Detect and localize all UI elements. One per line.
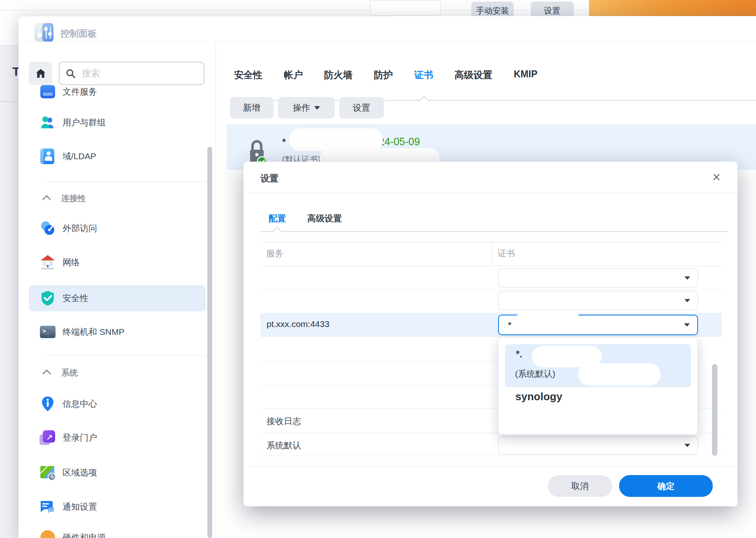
- sidebar-section-divider: [44, 181, 206, 182]
- search-box[interactable]: [59, 62, 204, 85]
- search-icon: [65, 68, 76, 79]
- terminal-icon: >_: [39, 324, 56, 340]
- sidebar-item-domain-ldap[interactable]: 域/LDAP: [29, 143, 206, 169]
- close-icon[interactable]: ✕: [708, 169, 725, 186]
- home-button[interactable]: [29, 62, 52, 85]
- sidebar-section-system[interactable]: 系统: [44, 366, 201, 380]
- bg-settings-label: 设置: [544, 5, 561, 16]
- caret-down-icon: [684, 444, 690, 447]
- column-header-certificate: 证书: [498, 248, 515, 259]
- tab-account[interactable]: 帐户: [284, 69, 303, 81]
- settings-button[interactable]: 设置: [339, 97, 384, 118]
- sidebar: 文件服务 用户与群组: [19, 85, 209, 538]
- sidebar-item-label: 用户与群组: [63, 117, 106, 128]
- tab-protection[interactable]: 防护: [374, 69, 393, 81]
- sidebar-scrollbar[interactable]: [207, 147, 212, 538]
- cancel-label: 取消: [571, 480, 589, 492]
- main-tab-bar: 安全性 帐户 防火墙 防护 证书 高级设置 KMIP: [234, 69, 538, 81]
- add-label: 新增: [243, 102, 260, 114]
- info-center-icon: [39, 396, 56, 412]
- option-wildcard-label: *.: [516, 348, 522, 360]
- caret-down-icon: [314, 106, 320, 110]
- add-button[interactable]: 新增: [230, 97, 274, 118]
- tab-firewall[interactable]: 防火墙: [324, 69, 352, 81]
- sidebar-item-regional-options[interactable]: 区域选项: [29, 459, 206, 486]
- sidebar-item-terminal-snmp[interactable]: >_ 终端机和 SNMP: [29, 319, 206, 345]
- ok-button[interactable]: 确定: [619, 475, 713, 497]
- home-icon: [35, 67, 47, 80]
- certificate-select-row2[interactable]: [498, 291, 698, 310]
- tab-kmip[interactable]: KMIP: [514, 69, 538, 81]
- tab-advanced[interactable]: 高级设置: [455, 69, 492, 81]
- security-shield-icon: [39, 290, 56, 306]
- sidebar-item-label: 登录门户: [63, 432, 97, 443]
- redaction-blob: [578, 363, 661, 385]
- dropdown-option-selected[interactable]: *. (系统默认): [505, 344, 691, 387]
- selected-certificate-value: *: [508, 320, 511, 330]
- sidebar-item-external-access[interactable]: 外部访问: [29, 215, 206, 241]
- active-tab-notch: [419, 95, 429, 106]
- actions-dropdown-button[interactable]: 操作: [278, 97, 335, 118]
- column-header-service: 服务: [266, 248, 283, 259]
- sidebar-item-login-portal[interactable]: ↗ 登录门户: [29, 424, 206, 451]
- certificate-select-open[interactable]: *: [498, 315, 698, 335]
- certificate-select-sysdefault[interactable]: [498, 436, 698, 455]
- chevron-up-icon: [42, 369, 51, 378]
- settings-label: 设置: [353, 102, 370, 114]
- manual-install-label: 手动安装: [476, 5, 509, 16]
- sidebar-divider: [216, 42, 216, 538]
- sidebar-item-label: 安全性: [63, 292, 88, 304]
- column-divider: [492, 242, 492, 266]
- dialog-tab-advanced[interactable]: 高级设置: [307, 213, 342, 224]
- row-system-default: 系统默认: [267, 440, 301, 451]
- sidebar-section-divider: [44, 355, 206, 355]
- sidebar-item-label: 网络: [63, 257, 80, 268]
- row-receive-logs: 接收日志: [267, 415, 301, 427]
- sidebar-item-notification[interactable]: 通知设置: [29, 494, 206, 520]
- search-input[interactable]: [81, 68, 186, 79]
- dropdown-option-synology[interactable]: synology: [515, 390, 562, 403]
- option-system-default-label: (系统默认): [515, 368, 555, 380]
- regional-options-icon: [39, 464, 56, 481]
- dialog-tab-underline: [260, 231, 728, 232]
- caret-down-icon: [684, 276, 690, 280]
- redaction-blob: [289, 128, 383, 151]
- dialog-scrollbar[interactable]: [712, 364, 717, 456]
- certificate-name: *: [282, 137, 286, 147]
- sidebar-item-info-center[interactable]: 信息中心: [29, 391, 206, 417]
- file-services-icon: [39, 85, 56, 100]
- sidebar-item-file-services[interactable]: 文件服务: [29, 85, 206, 105]
- chevron-up-icon: [42, 195, 51, 204]
- domain-ldap-icon: [39, 148, 56, 165]
- hardware-power-icon: [39, 529, 56, 538]
- network-icon: [39, 254, 56, 271]
- sidebar-item-label: 域/LDAP: [63, 151, 96, 162]
- bg-partial-panel: [370, 0, 441, 16]
- sidebar-item-network[interactable]: 网络: [29, 249, 206, 276]
- tab-security[interactable]: 安全性: [234, 69, 262, 81]
- cancel-button[interactable]: 取消: [548, 475, 612, 497]
- screen: 手动安装 设置 T 控制面板: [0, 0, 756, 538]
- sidebar-item-label: 文件服务: [63, 86, 97, 97]
- settings-dialog: 设置 ✕ 配置 高级设置 服务 证书 pt.xxx.com:4433 *: [243, 162, 737, 506]
- sidebar-section-connectivity[interactable]: 连接性: [44, 191, 201, 205]
- notification-icon: [39, 499, 56, 515]
- login-portal-icon: ↗: [39, 429, 56, 446]
- sidebar-item-label: 外部访问: [63, 223, 97, 234]
- sidebar-item-hardware-power[interactable]: 硬件和电源: [29, 524, 206, 538]
- caret-down-icon: [684, 299, 690, 302]
- dialog-title: 设置: [260, 172, 278, 185]
- sidebar-item-label: 信息中心: [63, 398, 97, 410]
- section-label: 系统: [61, 367, 78, 378]
- bg-left-strip: T: [0, 45, 19, 538]
- certificate-select-row1[interactable]: [498, 269, 698, 288]
- dialog-tab-config[interactable]: 配置: [269, 213, 286, 224]
- sidebar-item-security[interactable]: 安全性: [29, 285, 206, 311]
- external-access-icon: [39, 220, 56, 237]
- control-panel-icon: [35, 23, 53, 42]
- caret-down-icon: [684, 323, 690, 327]
- dialog-active-tab-notch: [272, 227, 282, 237]
- sidebar-item-label: 硬件和电源: [63, 532, 106, 538]
- sidebar-item-users-groups[interactable]: 用户与群组: [29, 109, 206, 136]
- tab-certificate[interactable]: 证书: [414, 69, 433, 81]
